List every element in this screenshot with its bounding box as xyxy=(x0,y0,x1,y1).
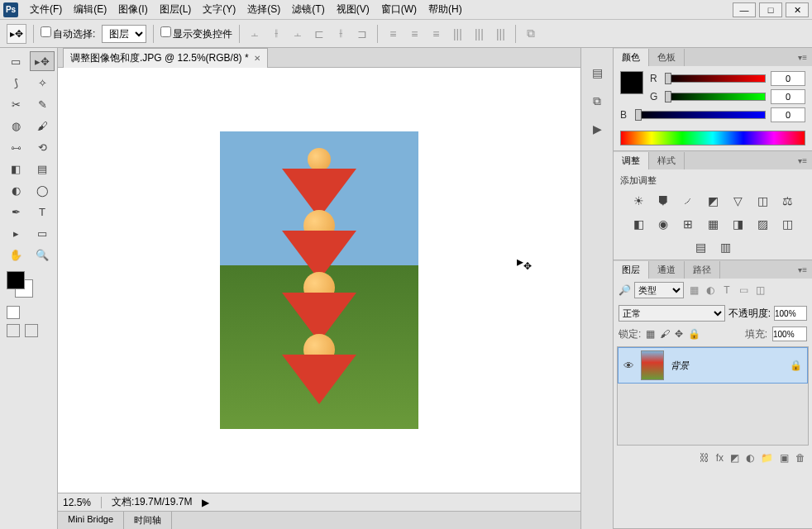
menu-type[interactable]: 文字(Y) xyxy=(198,1,241,18)
distribute-top-icon[interactable]: ≡ xyxy=(385,26,401,42)
bw-icon[interactable]: ◧ xyxy=(630,217,647,231)
close-button[interactable]: ✕ xyxy=(786,2,809,17)
color-balance-icon[interactable]: ⚖ xyxy=(779,193,795,208)
opacity-input[interactable] xyxy=(774,306,807,321)
pixel-filter-icon[interactable]: ▦ xyxy=(687,284,700,297)
distribute-bottom-icon[interactable]: ≡ xyxy=(427,26,444,42)
properties-panel-icon[interactable]: ⧉ xyxy=(587,93,607,109)
history-brush-tool[interactable]: ⟲ xyxy=(30,137,55,157)
align-top-icon[interactable]: ⫠ xyxy=(246,26,263,42)
exposure-icon[interactable]: ◩ xyxy=(705,193,721,208)
menu-window[interactable]: 窗口(W) xyxy=(376,1,422,18)
b-slider[interactable] xyxy=(635,111,766,119)
actions-panel-icon[interactable]: ▶ xyxy=(587,121,607,137)
vibrance-icon[interactable]: ▽ xyxy=(729,193,746,208)
tab-paths[interactable]: 路径 xyxy=(685,261,720,279)
filter-kind-select[interactable]: 类型 xyxy=(634,282,684,298)
distribute-hcenter-icon[interactable]: ||| xyxy=(470,26,487,42)
visibility-eye-icon[interactable]: 👁 xyxy=(623,360,634,372)
tab-swatch[interactable]: 色板 xyxy=(649,49,685,66)
selective-color-icon[interactable]: ▥ xyxy=(717,240,733,255)
lookup-icon[interactable]: ▦ xyxy=(705,217,721,231)
lock-pixels-icon[interactable]: 🖌 xyxy=(660,328,670,340)
standard-mode-icon[interactable] xyxy=(7,306,20,319)
panel-menu-icon[interactable]: ▾≡ xyxy=(793,53,812,62)
doc-tab-close-icon[interactable]: ✕ xyxy=(254,54,260,63)
tab-styles[interactable]: 样式 xyxy=(649,152,685,169)
screen-mode-icon-2[interactable] xyxy=(25,324,38,337)
color-swatches[interactable] xyxy=(3,271,54,301)
pen-tool[interactable]: ✒ xyxy=(3,202,28,222)
g-slider[interactable] xyxy=(665,93,766,101)
hue-icon[interactable]: ◫ xyxy=(754,193,771,208)
dodge-tool[interactable]: ◯ xyxy=(30,180,55,200)
threshold-icon[interactable]: ◫ xyxy=(779,217,795,231)
fill-input[interactable] xyxy=(772,326,807,341)
blur-tool[interactable]: ◐ xyxy=(3,180,28,200)
menu-filter[interactable]: 滤镜(T) xyxy=(287,1,329,18)
maximize-button[interactable]: □ xyxy=(759,2,782,17)
crop-tool[interactable]: ✂ xyxy=(3,94,28,114)
align-bottom-icon[interactable]: ⫠ xyxy=(289,26,306,42)
screen-mode-icon[interactable] xyxy=(7,324,20,337)
new-layer-icon[interactable]: ▣ xyxy=(780,452,789,464)
align-left-icon[interactable]: ⊏ xyxy=(311,26,327,42)
link-layers-icon[interactable]: ⛓ xyxy=(700,452,709,464)
lock-transparent-icon[interactable]: ▦ xyxy=(646,328,655,340)
new-group-icon[interactable]: 📁 xyxy=(761,452,773,464)
r-slider[interactable] xyxy=(665,74,766,83)
tool-indicator[interactable]: ▸✥ xyxy=(7,24,26,44)
distribute-left-icon[interactable]: ||| xyxy=(449,26,466,42)
distribute-vcenter-icon[interactable]: ≡ xyxy=(406,26,423,42)
shape-filter-icon[interactable]: ▭ xyxy=(737,284,750,297)
menu-edit[interactable]: 编辑(E) xyxy=(69,1,112,18)
lock-position-icon[interactable]: ✥ xyxy=(675,328,683,340)
3d-mode-icon[interactable]: ⧉ xyxy=(523,26,539,42)
auto-select-target[interactable]: 图层 xyxy=(102,25,146,43)
status-arrow-icon[interactable]: ▶ xyxy=(202,497,209,508)
brightness-icon[interactable]: ☀ xyxy=(630,193,647,208)
posterize-icon[interactable]: ▨ xyxy=(754,217,771,231)
tab-layers[interactable]: 图层 xyxy=(614,261,649,279)
mask-icon[interactable]: ◩ xyxy=(730,452,739,464)
layer-item[interactable]: 👁 背景 🔒 xyxy=(618,347,808,384)
marquee-tool[interactable]: ▭ xyxy=(3,51,28,71)
filter-kind-icon[interactable]: 🔎 xyxy=(619,284,631,296)
delete-layer-icon[interactable]: 🗑 xyxy=(795,452,805,464)
channel-mixer-icon[interactable]: ⊞ xyxy=(680,217,696,231)
brush-tool[interactable]: 🖌 xyxy=(30,116,55,136)
lasso-tool[interactable]: ⟆ xyxy=(3,73,28,93)
show-transform-checkbox[interactable]: 显示变换控件 xyxy=(160,26,232,41)
menu-help[interactable]: 帮助(H) xyxy=(423,1,467,18)
gradient-map-icon[interactable]: ▤ xyxy=(692,240,709,255)
photo-filter-icon[interactable]: ◉ xyxy=(655,217,671,231)
distribute-right-icon[interactable]: ||| xyxy=(492,26,509,42)
layer-name[interactable]: 背景 xyxy=(671,360,689,372)
type-tool[interactable]: T xyxy=(30,202,55,222)
stamp-tool[interactable]: ⧟ xyxy=(3,137,28,157)
align-hcenter-icon[interactable]: ⫲ xyxy=(332,26,349,42)
eraser-tool[interactable]: ◧ xyxy=(3,159,28,179)
g-input[interactable] xyxy=(771,89,805,104)
healing-brush-tool[interactable]: ◍ xyxy=(3,116,28,136)
color-preview[interactable] xyxy=(620,71,643,94)
history-panel-icon[interactable]: ▤ xyxy=(587,64,607,81)
gradient-tool[interactable]: ▤ xyxy=(30,159,55,179)
doc-tab[interactable]: 调整图像饱和度.JPG @ 12.5%(RGB/8) * ✕ xyxy=(63,48,268,68)
menu-layer[interactable]: 图层(L) xyxy=(155,1,197,18)
curves-icon[interactable]: ⟋ xyxy=(680,193,696,208)
shape-tool[interactable]: ▭ xyxy=(30,223,55,243)
levels-icon[interactable]: ⛊ xyxy=(655,193,671,208)
align-vcenter-icon[interactable]: ⫲ xyxy=(268,26,284,42)
move-tool[interactable]: ▸✥ xyxy=(30,51,55,71)
type-filter-icon[interactable]: T xyxy=(720,284,733,297)
invert-icon[interactable]: ◨ xyxy=(729,217,746,231)
fx-icon[interactable]: fx xyxy=(716,452,724,464)
foreground-color[interactable] xyxy=(7,271,25,289)
tab-color[interactable]: 颜色 xyxy=(614,49,649,66)
auto-select-checkbox[interactable]: 自动选择: xyxy=(41,26,95,41)
zoom-level[interactable]: 12.5% xyxy=(63,497,102,508)
blend-mode-select[interactable]: 正常 xyxy=(619,305,725,322)
tab-mini-bridge[interactable]: Mini Bridge xyxy=(58,512,124,529)
canvas[interactable]: ▸✥ xyxy=(58,68,580,493)
